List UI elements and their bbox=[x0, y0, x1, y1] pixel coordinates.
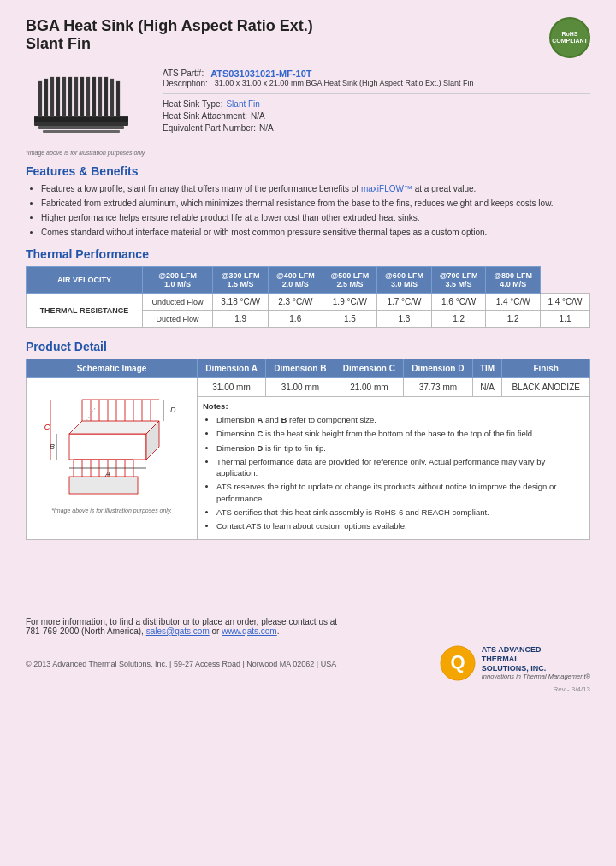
feature-item: Fabricated from extruded aluminum, which… bbox=[41, 198, 590, 210]
thermal-title: Thermal Performance bbox=[26, 247, 590, 261]
svg-text:Q: Q bbox=[450, 651, 465, 673]
note-item: Dimension C is the heat sink height from… bbox=[216, 428, 584, 439]
features-list: Features a low profile, slant fin array … bbox=[26, 183, 590, 239]
footer-contact: For more information, to find a distribu… bbox=[26, 617, 590, 636]
part-number: ATS031031021-MF-10T bbox=[210, 68, 311, 79]
header: BGA Heat Sink (High Aspect Ratio Ext.) S… bbox=[26, 17, 590, 58]
unducted-800: 1.4 °C/W bbox=[541, 294, 590, 311]
footer-contact-text: For more information, to find a distribu… bbox=[26, 617, 337, 626]
svg-rect-14 bbox=[116, 81, 120, 117]
desc-label: Description: bbox=[163, 79, 208, 88]
attachment-row: Heat Sink Attachment: N/A bbox=[163, 111, 590, 121]
dim-b-value: 31.00 mm bbox=[266, 378, 335, 397]
footer: For more information, to find a distribu… bbox=[26, 600, 590, 693]
unducted-500: 1.7 °C/W bbox=[377, 294, 432, 311]
description-value: 31.00 x 31.00 x 21.00 mm BGA Heat Sink (… bbox=[215, 79, 474, 88]
col-800lfm: @800 LFM4.0 M/S bbox=[486, 267, 541, 294]
footer-copyright-block: © 2013 Advanced Thermal Solutions, Inc. … bbox=[26, 658, 336, 668]
product-title-line2: Slant Fin bbox=[26, 35, 313, 53]
heat-sink-type-row: Heat Sink Type: Slant Fin bbox=[163, 99, 590, 109]
col-200lfm: @200 LFM1.0 M/S bbox=[142, 267, 212, 294]
unducted-600: 1.6 °C/W bbox=[431, 294, 486, 311]
col-700lfm: @700 LFM3.5 M/S bbox=[431, 267, 486, 294]
col-500lfm: @500 LFM2.5 M/S bbox=[323, 267, 377, 294]
ducted-600: 1.2 bbox=[431, 311, 486, 328]
product-title-line1: BGA Heat Sink (High Aspect Ratio Ext.) bbox=[26, 17, 313, 35]
dim-c-header: Dimension C bbox=[335, 359, 404, 378]
rohs-text: RoHSCOMPLIANT bbox=[552, 31, 588, 44]
col-400lfm: @400 LFM2.0 M/S bbox=[268, 267, 323, 294]
footer-website[interactable]: www.qats.com bbox=[222, 626, 276, 636]
spec-details: Heat Sink Type: Slant Fin Heat Sink Atta… bbox=[163, 99, 590, 133]
ats-logo: Q ATS ADVANCEDTHERMALSOLUTIONS, INC. Inn… bbox=[439, 644, 590, 682]
svg-rect-12 bbox=[104, 77, 108, 117]
schematic-caption: *Image above is for illustration purpose… bbox=[32, 507, 192, 513]
svg-rect-40 bbox=[69, 477, 138, 494]
ducted-200: 1.9 bbox=[213, 311, 269, 328]
air-velocity-header: AIR VELOCITY bbox=[27, 267, 143, 294]
finish-value: BLACK ANODIZE bbox=[502, 378, 590, 397]
ats-logo-svg: Q bbox=[439, 644, 477, 682]
svg-marker-19 bbox=[69, 421, 159, 434]
dim-a-header: Dimension A bbox=[198, 359, 266, 378]
svg-rect-15 bbox=[34, 117, 128, 122]
product-info: *Image above is for illustration purpose… bbox=[26, 68, 590, 156]
ducted-500: 1.3 bbox=[377, 311, 432, 328]
rohs-badge: RoHSCOMPLIANT bbox=[549, 17, 590, 58]
attachment-label: Heat Sink Attachment: bbox=[163, 111, 247, 121]
svg-rect-8 bbox=[80, 77, 84, 117]
note-item: Thermal performance data are provided fo… bbox=[216, 456, 584, 479]
svg-rect-3 bbox=[50, 77, 54, 117]
unducted-700: 1.4 °C/W bbox=[486, 294, 541, 311]
svg-rect-2 bbox=[44, 79, 48, 117]
features-title: Features & Benefits bbox=[26, 164, 590, 178]
equivalent-part-label: Equivalent Part Number: bbox=[163, 123, 256, 133]
notes-section: Notes: Dimension A and B refer to compon… bbox=[203, 401, 584, 532]
svg-rect-13 bbox=[110, 79, 114, 117]
unducted-flow-label: Unducted Flow bbox=[142, 294, 212, 311]
dim-d-header: Dimension D bbox=[404, 359, 473, 378]
thermal-table: AIR VELOCITY @200 LFM1.0 M/S @300 LFM1.5… bbox=[26, 266, 590, 328]
svg-rect-17 bbox=[43, 130, 120, 133]
svg-rect-16 bbox=[38, 126, 124, 129]
feature-item: Higher performance helps ensure reliable… bbox=[41, 212, 590, 224]
footer-email[interactable]: sales@qats.com bbox=[146, 626, 210, 636]
svg-rect-7 bbox=[74, 77, 78, 117]
notes-list: Dimension A and B refer to component siz… bbox=[203, 414, 584, 532]
svg-rect-18 bbox=[69, 434, 146, 460]
title-block: BGA Heat Sink (High Aspect Ratio Ext.) S… bbox=[26, 17, 313, 53]
svg-rect-11 bbox=[98, 77, 102, 117]
ducted-400: 1.5 bbox=[323, 311, 377, 328]
schematic-header: Schematic Image bbox=[27, 359, 198, 378]
footer-or: or bbox=[212, 626, 220, 636]
note-item: Contact ATS to learn about custom option… bbox=[216, 520, 584, 531]
footer-phone: 781-769-2000 (North America), bbox=[26, 626, 144, 636]
unducted-400: 1.9 °C/W bbox=[323, 294, 377, 311]
note-item: Dimension D is fin tip to fin tip. bbox=[216, 442, 584, 454]
feature-item: Features a low profile, slant fin array … bbox=[41, 183, 590, 195]
heat-sink-type-label: Heat Sink Type: bbox=[163, 99, 222, 109]
note-item: Dimension A and B refer to component siz… bbox=[216, 414, 584, 425]
ats-tagline: Innovations in Thermal Management® bbox=[482, 673, 590, 680]
product-image-caption: *Image above is for illustration purpose… bbox=[26, 150, 145, 156]
product-image-section: *Image above is for illustration purpose… bbox=[26, 68, 145, 156]
finish-header: Finish bbox=[502, 359, 590, 378]
dim-b-header: Dimension B bbox=[266, 359, 335, 378]
footer-copyright: © 2013 Advanced Thermal Solutions, Inc. … bbox=[26, 660, 336, 668]
rev-text: Rev - 3/4/13 bbox=[26, 685, 590, 693]
svg-rect-10 bbox=[92, 77, 96, 117]
notes-cell: Notes: Dimension A and B refer to compon… bbox=[198, 397, 590, 540]
description-row: Description: 31.00 x 31.00 x 21.00 mm BG… bbox=[163, 79, 590, 88]
unducted-300: 2.3 °C/W bbox=[268, 294, 323, 311]
svg-text:C: C bbox=[44, 423, 50, 431]
schematic-svg: A B C D bbox=[44, 383, 181, 502]
ats-name: ATS ADVANCEDTHERMALSOLUTIONS, INC. bbox=[482, 645, 590, 673]
attachment-value: N/A bbox=[251, 111, 265, 121]
detail-table: Schematic Image Dimension A Dimension B … bbox=[26, 359, 590, 540]
svg-text:D: D bbox=[170, 406, 176, 414]
dim-a-value: 31.00 mm bbox=[198, 378, 266, 397]
svg-rect-6 bbox=[68, 77, 72, 117]
svg-rect-1 bbox=[38, 81, 42, 117]
footer-bottom: © 2013 Advanced Thermal Solutions, Inc. … bbox=[26, 644, 590, 682]
maxiflow-link: maxiFLOW™ bbox=[361, 184, 412, 193]
